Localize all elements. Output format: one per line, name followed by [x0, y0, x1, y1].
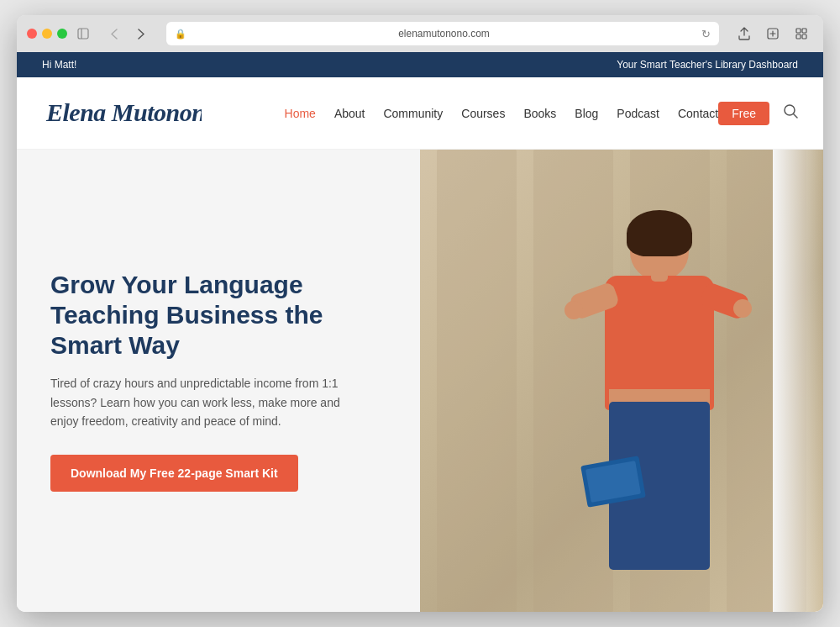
share-button[interactable]	[732, 22, 756, 45]
browser-window: 🔒 elenamutonono.com ↻	[17, 15, 823, 612]
logo-svg: Elena Mutonono	[42, 89, 202, 131]
lock-icon: 🔒	[175, 29, 186, 40]
svg-line-11	[794, 114, 797, 118]
figure-chin	[651, 271, 668, 282]
nav-link-books[interactable]: Books	[523, 107, 556, 120]
title-bar: 🔒 elenamutonono.com ↻	[17, 15, 823, 52]
svg-rect-5	[796, 29, 801, 33]
svg-rect-8	[802, 34, 806, 39]
new-tab-button[interactable]	[761, 22, 785, 45]
greeting-text: Hi Matt!	[42, 59, 76, 71]
top-banner: Hi Matt! Your Smart Teacher's Library Da…	[17, 52, 823, 77]
website-content: Hi Matt! Your Smart Teacher's Library Da…	[17, 52, 823, 612]
figure-hand-left	[564, 301, 583, 319]
nav-item-community[interactable]: Community	[383, 106, 443, 121]
nav-item-books[interactable]: Books	[523, 106, 556, 121]
svg-point-10	[785, 105, 795, 115]
svg-rect-0	[78, 29, 88, 39]
close-button[interactable]	[27, 29, 37, 39]
grid-button[interactable]	[790, 22, 813, 45]
nav-link-courses[interactable]: Courses	[461, 107, 505, 120]
hero-subtitle: Tired of crazy hours and unpredictable i…	[50, 374, 370, 430]
nav-link-home[interactable]: Home	[285, 107, 316, 120]
figure-hair	[627, 210, 692, 256]
main-navigation: Elena Mutonono Home About Community Cour…	[17, 77, 823, 150]
svg-text:Elena Mutonono: Elena Mutonono	[45, 98, 202, 126]
nav-buttons	[102, 22, 153, 45]
nav-links-list: Home About Community Courses Books Blog …	[285, 106, 719, 121]
nav-item-courses[interactable]: Courses	[461, 106, 505, 121]
nav-link-contact[interactable]: Contact	[678, 107, 718, 120]
nav-link-about[interactable]: About	[334, 107, 365, 120]
hero-section: Grow Your Language Teaching Business the…	[17, 150, 823, 612]
minimize-button[interactable]	[42, 29, 52, 39]
traffic-lights	[27, 29, 67, 39]
hero-person-figure	[521, 192, 790, 612]
nav-item-about[interactable]: About	[334, 106, 365, 121]
dashboard-link[interactable]: Your Smart Teacher's Library Dashboard	[617, 59, 798, 71]
nav-item-podcast[interactable]: Podcast	[617, 106, 659, 121]
nav-item-contact[interactable]: Contact	[678, 106, 718, 121]
nav-link-blog[interactable]: Blog	[575, 107, 598, 120]
hero-right-panel	[420, 150, 823, 612]
svg-rect-6	[802, 29, 806, 33]
address-bar[interactable]: 🔒 elenamutonono.com ↻	[166, 22, 719, 45]
nav-link-podcast[interactable]: Podcast	[617, 107, 659, 120]
refresh-button[interactable]: ↻	[701, 28, 711, 40]
sidebar-toggle-button[interactable]	[74, 24, 92, 43]
nav-item-home[interactable]: Home	[285, 106, 316, 121]
search-button[interactable]	[783, 103, 798, 123]
svg-rect-7	[796, 34, 801, 39]
nav-item-blog[interactable]: Blog	[575, 106, 598, 121]
nav-link-community[interactable]: Community	[383, 107, 443, 120]
figure-hand-right	[733, 299, 752, 318]
bg-column-1	[437, 150, 517, 612]
site-logo[interactable]: Elena Mutonono	[42, 89, 202, 137]
toolbar-actions	[732, 22, 813, 45]
back-button[interactable]	[102, 22, 126, 45]
hero-title: Grow Your Language Teaching Business the…	[50, 270, 386, 361]
maximize-button[interactable]	[57, 29, 67, 39]
hero-left-panel: Grow Your Language Teaching Business the…	[17, 150, 420, 612]
free-button[interactable]: Free	[718, 102, 769, 125]
url-text: elenamutonono.com	[192, 28, 696, 40]
hero-cta-button[interactable]: Download My Free 22-page Smart Kit	[50, 455, 298, 492]
forward-button[interactable]	[129, 22, 153, 45]
